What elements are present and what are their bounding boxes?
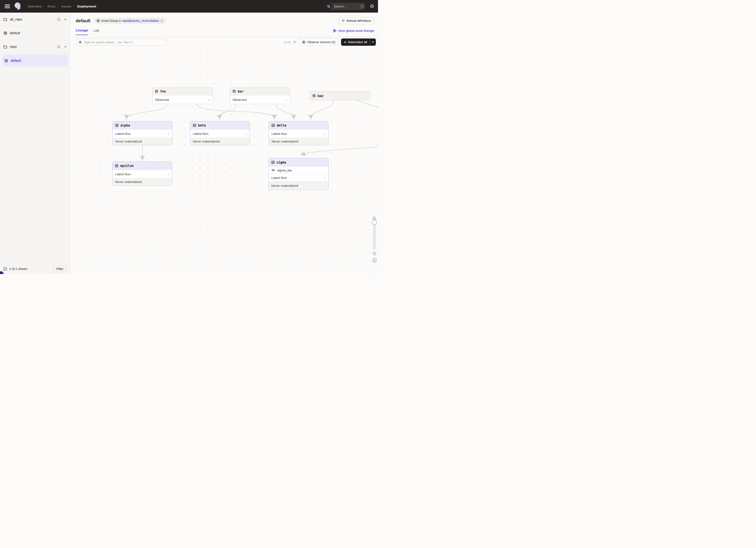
repo-location-link[interactable]: repo@assets_reconciliation [122,19,159,22]
materialization-status: Never materialized [115,140,142,143]
status-value: – [285,98,287,102]
chevron-down-icon[interactable]: ▼ [64,46,66,48]
status-label: Observed [155,98,169,102]
sidebar-item-label: default [10,31,20,35]
folder-icon [3,45,7,49]
asset-check-icon [271,169,275,172]
view-tabs: Lineage List View global asset lineage [70,26,378,35]
asset-subset-input[interactable] [84,40,164,44]
sidebar-item-label: repo [10,45,17,49]
materialization-status: Never materialized [272,140,298,143]
materialize-options-caret[interactable]: ▼ [370,38,376,46]
nav-deployment[interactable]: Deployment [77,4,96,8]
asset-node-sigma[interactable]: sigma sigma_tau Latest Run – Never mater… [269,158,329,190]
reload-icon: ↻ [342,19,345,22]
asset-node-beta[interactable]: beta Latest Run – Never materialized [190,121,250,145]
sidebar-selected-wrap: default [0,54,70,68]
asset-subset-filter[interactable] [76,38,167,46]
reload-location-icon[interactable]: ↻ [161,19,164,22]
asset-table-icon [115,164,118,168]
materialization-status: Never materialized [271,184,298,188]
page-title: default [76,18,90,23]
hamburger-menu-icon[interactable] [5,4,10,8]
asset-group-header: default Asset Group in repo@assets_recon… [70,13,378,37]
asset-node-bar[interactable]: bar Observed – [230,87,290,104]
asset-table-icon [115,124,119,127]
zoom-slider-handle[interactable] [372,220,377,225]
sidebar-item-default-group[interactable]: default [0,26,70,40]
context-pill: Asset Group in repo@assets_reconciliatio… [94,18,166,24]
asset-node-foo[interactable]: foo Observed – [152,87,213,104]
edge-foo-delta [197,104,274,119]
observe-sources-button[interactable]: Observe sources (2) [299,38,338,46]
latest-run-label: Latest Run [272,132,287,136]
status-value: – [208,98,210,102]
sidebar-item-default-selected[interactable]: default [2,55,68,66]
filter-button[interactable]: Filter [53,266,66,272]
chevron-down-icon[interactable]: ▼ [64,18,66,21]
source-asset-icon [312,94,316,98]
graph-toolbar: 0:18 ↻ Observe sources (2) ✦ Materialize… [70,38,378,46]
search-input[interactable] [332,5,360,8]
tab-list[interactable]: List [94,29,99,35]
refresh-icon[interactable]: ↻ [293,40,296,44]
asset-group-icon [3,31,7,35]
zoom-out-icon[interactable] [372,251,377,256]
observe-eye-icon [302,40,306,44]
dagster-logo-icon[interactable] [14,2,22,11]
edge-bar-delta [276,104,294,119]
latest-run-label: Latest Run [271,176,287,180]
refresh-timer: 0:18 [284,40,291,44]
asset-count-badge: 1 [56,44,61,49]
latest-run-label: Latest Run [115,172,131,176]
latest-run-label: Latest Run [193,132,208,136]
sidebar-item-repo[interactable]: repo 1 ▼ [0,40,70,54]
dagster-app-window: Overview Runs Assets Deployment / ⚙ [0,0,378,274]
search-shortcut-key: / [360,4,364,9]
latest-run-value: – [324,176,326,180]
edge-baz-delta [311,100,334,119]
latest-run-value: – [168,132,170,136]
latest-run-value: – [168,172,169,176]
zoom-slider[interactable] [373,222,376,250]
primary-nav: Overview Runs Assets Deployment [28,4,96,8]
sidebar-item-label: default [11,59,21,63]
lineage-graph-icon [333,29,337,33]
view-global-asset-lineage-link[interactable]: View global asset lineage [333,29,374,35]
asset-node-baz[interactable]: baz [310,92,370,100]
shown-count-label: 2 of 2 shown [9,267,27,271]
code-location-sidebar: alt_repo 1 ▼ default repo 1 ▼ [0,13,70,274]
asset-count-badge: 1 [56,17,61,22]
asset-node-epsilon[interactable]: epsilon Latest Run – Never materialized [112,162,172,186]
asset-node-alpha[interactable]: alpha Latest Run – Never materialized [112,121,172,145]
latest-run-label: Latest Run [115,132,131,136]
nav-overview[interactable]: Overview [28,4,42,8]
top-nav-bar: Overview Runs Assets Deployment / ⚙ [0,0,378,13]
reload-definitions-button[interactable]: ↻ Reload definitions [339,17,374,24]
asset-table-icon [271,161,275,164]
asset-node-delta[interactable]: delta Latest Run – Never materialized [269,121,328,145]
materialize-all-button[interactable]: ✦ Materialize all [341,38,370,46]
nav-assets[interactable]: Assets [61,4,71,8]
asset-lineage-canvas[interactable]: 0:18 ↻ Observe sources (2) ✦ Materialize… [70,37,378,274]
nav-runs[interactable]: Runs [48,4,55,8]
edge-bar-beta [220,104,236,119]
sidebar-item-label: alt_repo [10,18,22,21]
sidebar-footer: 2 of 2 shown Filter [0,263,70,274]
source-asset-icon [155,90,158,93]
folder-icon [3,267,7,271]
main-content: default Asset Group in repo@assets_recon… [70,13,378,274]
latest-run-value: – [245,132,247,136]
lineage-edges [70,37,378,274]
sidebar-item-alt-repo[interactable]: alt_repo 1 ▼ [0,13,70,26]
edge-foo-alpha [127,104,167,119]
settings-gear-icon[interactable]: ⚙ [370,4,374,9]
status-label: Observed [233,98,247,102]
tab-lineage[interactable]: Lineage [76,28,88,35]
asset-table-icon [271,124,275,127]
asset-table-icon [193,124,196,127]
asset-check-label: sigma_tau [277,169,292,172]
materialization-status: Never materialized [115,180,142,184]
download-image-icon[interactable] [372,258,377,263]
global-search[interactable]: / [325,3,365,10]
